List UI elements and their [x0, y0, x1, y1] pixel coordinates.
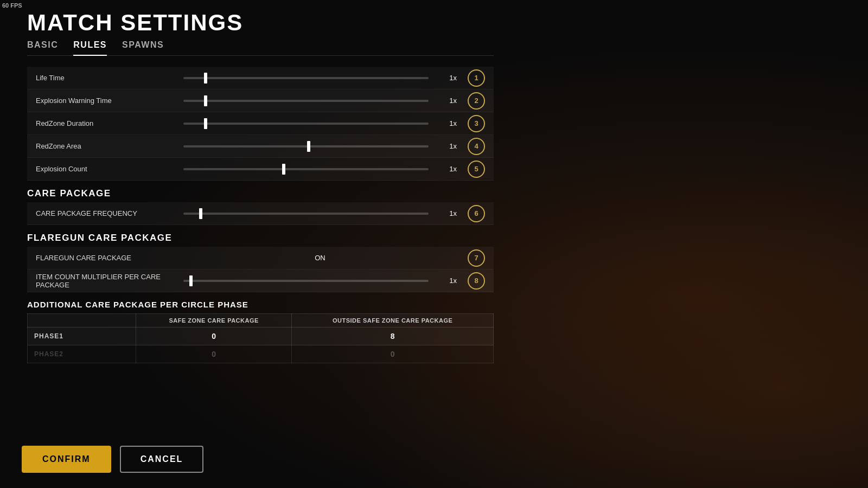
table-row-phase1: PHASE1 0 8 — [28, 328, 494, 345]
outside-safe-zone-col-header: OUTSIDE SAFE ZONE CARE PACKAGE — [292, 314, 494, 328]
phase2-outside-value[interactable]: 0 — [292, 345, 494, 363]
bottom-actions: CONFIRM CANCEL — [22, 446, 203, 473]
phase2-safe-value[interactable]: 0 — [136, 345, 292, 363]
explosion-count-slider[interactable] — [183, 168, 429, 170]
setting-explosion-warning: Explosion Warning Time 1x 2 — [27, 89, 494, 112]
explosion-count-value: 1x — [435, 165, 457, 173]
setting-flaregun-toggle: FLAREGUN CARE PACKAGE ON 7 — [27, 247, 494, 269]
confirm-button[interactable]: CONFIRM — [22, 446, 111, 473]
badge-4: 4 — [468, 138, 485, 155]
life-time-slider[interactable] — [183, 77, 429, 79]
safe-zone-col-header: SAFE ZONE CARE PACKAGE — [136, 314, 292, 328]
phase-table: SAFE ZONE CARE PACKAGE OUTSIDE SAFE ZONE… — [27, 313, 494, 363]
badge-1: 1 — [468, 69, 485, 87]
flaregun-toggle-value[interactable]: ON — [183, 254, 457, 262]
setting-redzone-duration: RedZone Duration 1x 3 — [27, 112, 494, 135]
badge-7: 7 — [468, 249, 485, 267]
flaregun-header: FLAREGUN CARE PACKAGE — [27, 225, 494, 247]
flaregun-toggle-label: FLAREGUN CARE PACKAGE — [36, 254, 177, 262]
tab-navigation: BASIC RULES SPAWNS — [27, 40, 494, 56]
phase1-label: PHASE1 — [28, 328, 136, 345]
item-count-multiplier-value: 1x — [435, 277, 457, 285]
redzone-area-slider[interactable] — [183, 145, 429, 147]
explosion-warning-slider[interactable] — [183, 100, 429, 102]
badge-5: 5 — [468, 160, 485, 178]
tab-basic[interactable]: BASIC — [27, 40, 58, 53]
setting-item-count-multiplier: ITEM COUNT MULTIPLIER PER CARE PACKAGE 1… — [27, 269, 494, 292]
life-time-value: 1x — [435, 74, 457, 82]
badge-8: 8 — [468, 272, 485, 290]
care-package-header: CARE PACKAGE — [27, 181, 494, 202]
phase2-label: PHASE2 — [28, 345, 136, 363]
setting-explosion-count: Explosion Count 1x 5 — [27, 158, 494, 181]
item-count-multiplier-label: ITEM COUNT MULTIPLIER PER CARE PACKAGE — [36, 273, 177, 289]
sparks-decoration — [488, 163, 868, 488]
redzone-duration-label: RedZone Duration — [36, 119, 177, 127]
redzone-area-label: RedZone Area — [36, 142, 177, 150]
phase-col-header — [28, 314, 136, 328]
tab-spawns[interactable]: SPAWNS — [122, 40, 164, 53]
setting-life-time: Life Time 1x 1 — [27, 67, 494, 89]
phase1-safe-value[interactable]: 0 — [136, 328, 292, 345]
table-row-phase2: PHASE2 0 0 — [28, 345, 494, 363]
badge-2: 2 — [468, 92, 485, 110]
setting-care-package-freq: CARE PACKAGE FREQUENCY 1x 6 — [27, 202, 494, 225]
settings-list: Life Time 1x 1 Explosion Warning Time 1x… — [27, 67, 494, 363]
life-time-label: Life Time — [36, 74, 177, 82]
badge-6: 6 — [468, 205, 485, 222]
care-package-freq-slider[interactable] — [183, 213, 429, 215]
fps-counter: 60 FPS — [2, 2, 22, 9]
item-count-multiplier-slider[interactable] — [183, 280, 429, 282]
tab-rules[interactable]: RULES — [73, 40, 107, 53]
phase1-outside-value[interactable]: 8 — [292, 328, 494, 345]
care-package-freq-label: CARE PACKAGE FREQUENCY — [36, 209, 177, 217]
redzone-duration-value: 1x — [435, 119, 457, 127]
explosion-warning-label: Explosion Warning Time — [36, 97, 177, 105]
care-package-freq-value: 1x — [435, 209, 457, 217]
setting-redzone-area: RedZone Area 1x 4 — [27, 135, 494, 158]
redzone-area-value: 1x — [435, 142, 457, 150]
explosion-warning-value: 1x — [435, 97, 457, 105]
page-title: MATCH SETTINGS — [27, 10, 494, 36]
cancel-button[interactable]: CANCEL — [120, 446, 204, 473]
badge-3: 3 — [468, 115, 485, 132]
additional-care-package-header: ADDITIONAL CARE PACKAGE PER CIRCLE PHASE — [27, 292, 494, 313]
explosion-count-label: Explosion Count — [36, 165, 177, 173]
redzone-duration-slider[interactable] — [183, 123, 429, 125]
